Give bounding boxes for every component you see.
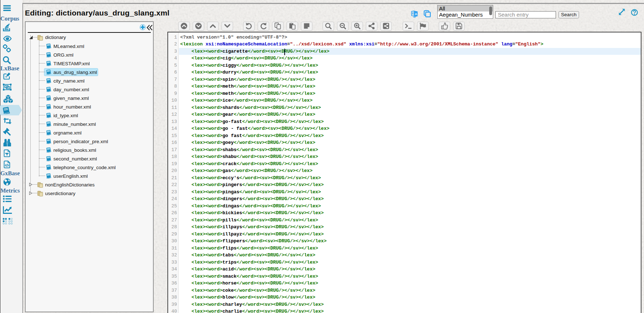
svg-text:A: A (415, 12, 417, 16)
